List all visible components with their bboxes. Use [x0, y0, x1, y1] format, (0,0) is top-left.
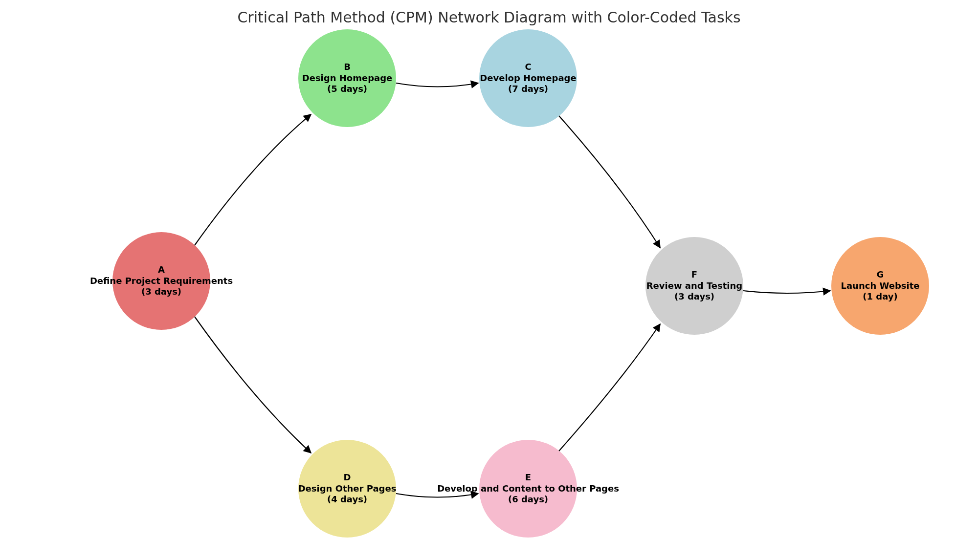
node-duration: (5 days)	[327, 84, 367, 95]
node-name: Define Project Requirements	[90, 276, 233, 287]
node-id: G	[877, 269, 884, 280]
node-duration: (6 days)	[508, 494, 548, 505]
node-id: C	[525, 62, 531, 73]
node-duration: (3 days)	[141, 286, 181, 298]
edge-c-f	[559, 116, 660, 248]
edge-b-c	[396, 83, 478, 87]
node-f: F Review and Testing (3 days)	[645, 237, 743, 335]
node-duration: (1 day)	[863, 291, 897, 302]
node-id: E	[525, 472, 531, 483]
edge-e-f	[559, 324, 660, 451]
node-c: C Develop Homepage (7 days)	[479, 29, 577, 127]
edge-f-g	[743, 291, 830, 293]
node-duration: (4 days)	[327, 494, 367, 505]
edge-a-d	[195, 317, 311, 453]
node-name: Launch Website	[841, 280, 920, 292]
node-id: D	[344, 472, 351, 483]
node-id: A	[158, 264, 165, 276]
node-d: D Design Other Pages (4 days)	[298, 440, 396, 538]
node-id: B	[344, 62, 351, 73]
node-e: E Develop and Content to Other Pages (6 …	[479, 440, 577, 538]
node-name: Design Homepage	[302, 73, 393, 84]
diagram-title: Critical Path Method (CPM) Network Diagr…	[0, 9, 978, 26]
node-a: A Define Project Requirements (3 days)	[112, 232, 210, 330]
node-name: Design Other Pages	[298, 483, 397, 495]
node-duration: (3 days)	[674, 291, 714, 302]
node-g: G Launch Website (1 day)	[831, 237, 929, 335]
node-b: B Design Homepage (5 days)	[298, 29, 396, 127]
node-name: Develop and Content to Other Pages	[437, 483, 619, 495]
edge-a-b	[195, 114, 311, 245]
node-name: Review and Testing	[646, 280, 742, 292]
node-duration: (7 days)	[508, 84, 548, 95]
node-name: Develop Homepage	[480, 73, 576, 84]
node-id: F	[691, 269, 697, 280]
